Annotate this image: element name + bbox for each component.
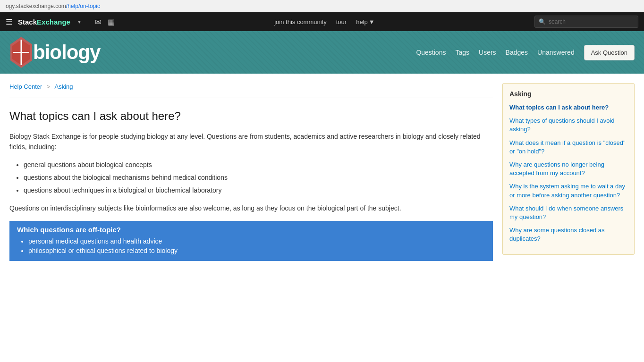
topics-list: general questions about biological conce… <box>24 160 493 195</box>
help-dropdown-icon: ▼ <box>369 18 375 25</box>
sidebar-link-accepted[interactable]: Why are questions no longer being accept… <box>509 160 627 177</box>
page-title: What topics can I ask about here? <box>9 109 493 123</box>
brand-dropdown-icon[interactable]: ▼ <box>77 19 82 25</box>
url-path: /help/on-topic <box>66 3 100 9</box>
sidebar-title: Asking <box>509 90 627 98</box>
off-topic-title: Which questions are off-topic? <box>17 226 485 234</box>
help-dropdown[interactable]: help ▼ <box>356 18 374 25</box>
top-nav-center: join this community tour help ▼ <box>115 18 534 25</box>
list-item: questions about techniques in a biologic… <box>24 185 493 195</box>
bio-nav-badges[interactable]: Badges <box>506 49 528 56</box>
brand-exchange: Exchange <box>37 18 70 26</box>
list-item: general questions about biological conce… <box>24 160 493 170</box>
bio-logo: biology <box>9 36 100 69</box>
off-topic-section: Which questions are off-topic? personal … <box>9 221 493 261</box>
sidebar-box: Asking What topics can I ask about here?… <box>502 83 635 255</box>
bio-nav-unanswered[interactable]: Unanswered <box>537 49 575 56</box>
bio-nav: Questions Tags Users Badges Unanswered A… <box>416 45 635 60</box>
top-nav-icons: ✉ ▦ <box>95 17 115 26</box>
main-container: Help Center > Asking What topics can I a… <box>0 74 644 261</box>
help-label: help <box>356 18 368 25</box>
bio-logo-icon <box>9 36 33 69</box>
brand-name[interactable]: StackExchange <box>18 18 70 26</box>
sidebar-link-duplicates[interactable]: Why are some questions closed as duplica… <box>509 226 627 243</box>
join-community-link[interactable]: join this community <box>274 18 327 25</box>
breadcrumb: Help Center > Asking <box>9 83 493 90</box>
sidebar-link-topics[interactable]: What topics can I ask about here? <box>509 103 627 112</box>
top-nav-left: ☰ StackExchange ▼ ✉ ▦ <box>6 17 115 26</box>
search-box[interactable]: 🔍 <box>534 16 638 28</box>
bio-nav-questions[interactable]: Questions <box>416 49 446 56</box>
url-prefix: ogy.stackexchange.com <box>6 3 66 9</box>
breadcrumb-separator: > <box>47 83 51 90</box>
ask-question-button[interactable]: Ask Question <box>584 45 635 60</box>
bio-nav-tags[interactable]: Tags <box>455 49 469 56</box>
top-navigation: ☰ StackExchange ▼ ✉ ▦ join this communit… <box>0 12 644 31</box>
inbox-icon[interactable]: ✉ <box>95 17 101 26</box>
sidebar-link-wait[interactable]: Why is the system asking me to wait a da… <box>509 182 627 199</box>
url-bar: ogy.stackexchange.com/help/on-topic <box>0 0 644 12</box>
biology-header: biology Questions Tags Users Badges Unan… <box>0 31 644 74</box>
intro-text: Biology Stack Exchange is for people stu… <box>9 131 493 152</box>
search-icon: 🔍 <box>539 18 546 25</box>
sidebar-link-answers[interactable]: What should I do when someone answers my… <box>509 204 627 221</box>
search-input[interactable] <box>549 18 634 25</box>
content-area: Help Center > Asking What topics can I a… <box>9 83 493 261</box>
breadcrumb-help-center[interactable]: Help Center <box>9 83 42 90</box>
brand-stack: Stack <box>18 18 37 26</box>
achievements-icon[interactable]: ▦ <box>108 17 115 26</box>
bio-nav-users[interactable]: Users <box>479 49 496 56</box>
tour-link[interactable]: tour <box>336 18 347 25</box>
off-topic-list: personal medical questions and health ad… <box>28 237 485 254</box>
interdisciplinary-text: Questions on interdisciplinary subjects … <box>9 203 493 213</box>
hamburger-icon[interactable]: ☰ <box>6 17 12 26</box>
content-divider <box>9 98 493 98</box>
sidebar-link-avoid[interactable]: What types of questions should I avoid a… <box>509 117 627 134</box>
list-item: questions about the biological mechanism… <box>24 173 493 183</box>
list-item: personal medical questions and health ad… <box>28 237 485 245</box>
sidebar-link-closed[interactable]: What does it mean if a question is "clos… <box>509 139 627 156</box>
sidebar: Asking What topics can I ask about here?… <box>502 83 635 261</box>
list-item: philosophical or ethical questions relat… <box>28 247 485 254</box>
bio-logo-text: biology <box>33 41 100 64</box>
breadcrumb-asking[interactable]: Asking <box>55 83 73 90</box>
